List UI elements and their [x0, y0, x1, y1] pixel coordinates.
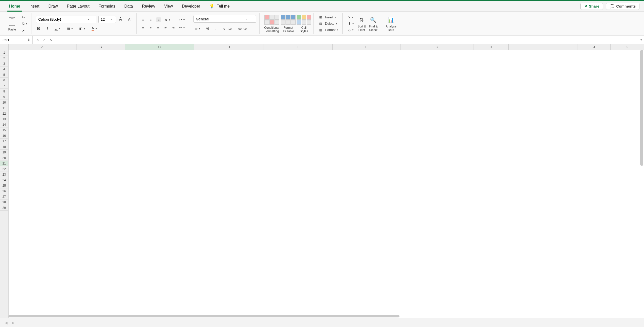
copy-button[interactable]: ⧉▾ [21, 21, 28, 26]
name-box[interactable]: ▲▼ [0, 36, 33, 44]
row-header-19[interactable]: 19 [0, 150, 8, 155]
name-box-stepper[interactable]: ▲▼ [28, 38, 30, 42]
format-cells-button[interactable]: ▦ Format▾ [318, 27, 339, 32]
ribbon-tab-page-layout[interactable]: Page Layout [62, 3, 94, 10]
font-size-input[interactable] [101, 17, 109, 21]
column-header-A[interactable]: A [9, 44, 76, 50]
font-size-combo[interactable]: ▾ [98, 16, 116, 23]
row-header-2[interactable]: 2 [0, 55, 8, 61]
horizontal-scroll-thumb[interactable] [9, 315, 399, 317]
font-name-combo[interactable]: ▾ [36, 16, 96, 23]
ribbon-tab-insert[interactable]: Insert [25, 3, 44, 10]
currency-button[interactable]: ▭▾ [193, 26, 201, 31]
underline-button[interactable]: U▾ [54, 26, 61, 32]
increase-decimal-button[interactable]: .0→.00 [222, 27, 232, 31]
font-name-input[interactable] [38, 17, 86, 21]
column-header-B[interactable]: B [76, 44, 125, 50]
analyse-data-button[interactable]: 📊 Analyse Data [386, 15, 396, 31]
vertical-scroll-thumb[interactable] [640, 50, 643, 166]
ribbon-tab-view[interactable]: View [160, 3, 177, 10]
row-header-27[interactable]: 27 [0, 194, 8, 200]
conditional-formatting-button[interactable]: Conditional Formatting [264, 14, 279, 33]
row-header-8[interactable]: 8 [0, 89, 8, 94]
clear-button[interactable]: ◇▾ [347, 27, 355, 32]
align-right-button[interactable]: ≡ [156, 25, 160, 30]
wrap-text-button[interactable]: ↩▾ [178, 17, 186, 22]
name-box-input[interactable] [3, 38, 23, 42]
fill-button[interactable]: ⬇▾ [347, 21, 355, 26]
row-header-18[interactable]: 18 [0, 144, 8, 150]
row-header-9[interactable]: 9 [0, 94, 8, 100]
delete-cells-button[interactable]: ⊟ Delete▾ [318, 21, 339, 26]
row-header-10[interactable]: 10 [0, 100, 8, 105]
row-header-15[interactable]: 15 [0, 127, 8, 133]
percent-button[interactable]: % [205, 26, 210, 31]
row-header-14[interactable]: 14 [0, 122, 8, 127]
confirm-formula-button[interactable]: ✓ [43, 38, 46, 42]
ribbon-tab-review[interactable]: Review [137, 3, 159, 10]
row-header-13[interactable]: 13 [0, 116, 8, 122]
share-button[interactable]: ↗ Share [580, 3, 603, 10]
paste-button[interactable]: Paste [6, 16, 19, 31]
formula-input[interactable] [56, 36, 638, 44]
insert-cells-button[interactable]: ⊞ Insert▾ [318, 15, 339, 20]
row-header-4[interactable]: 4 [0, 67, 8, 72]
row-header-25[interactable]: 25 [0, 183, 8, 188]
comma-button[interactable]: , [214, 25, 218, 32]
row-header-29[interactable]: 29 [0, 205, 8, 211]
column-headers[interactable]: ABCDEFGHIJK [0, 44, 644, 50]
row-header-26[interactable]: 26 [0, 188, 8, 194]
find-select-button[interactable]: 🔍 Find & Select [369, 15, 378, 31]
row-header-3[interactable]: 3 [0, 61, 8, 67]
sheet-nav-next[interactable]: ▶ [10, 321, 17, 325]
comments-button[interactable]: 💬 Comments [606, 3, 639, 10]
row-header-17[interactable]: 17 [0, 139, 8, 144]
ribbon-tab-home[interactable]: Home [5, 3, 25, 10]
align-bottom-button[interactable]: ≡ [156, 17, 161, 22]
ribbon-tab-formulas[interactable]: Formulas [94, 3, 120, 10]
cell-styles-button[interactable]: Cell Styles [297, 14, 310, 33]
column-header-E[interactable]: E [263, 44, 333, 50]
cells-area[interactable] [9, 50, 644, 318]
horizontal-scrollbar[interactable] [9, 314, 639, 318]
autosum-button[interactable]: ∑▾ [347, 15, 355, 20]
row-header-7[interactable]: 7 [0, 83, 8, 89]
row-header-5[interactable]: 5 [0, 72, 8, 78]
bold-button[interactable]: B [36, 26, 41, 32]
row-header-24[interactable]: 24 [0, 177, 8, 183]
row-header-12[interactable]: 12 [0, 111, 8, 116]
column-header-J[interactable]: J [578, 44, 611, 50]
column-header-K[interactable]: K [611, 44, 643, 50]
fx-icon[interactable]: fx [50, 38, 52, 42]
cancel-formula-button[interactable]: ✕ [36, 38, 39, 42]
cut-button[interactable]: ✂ [21, 15, 28, 20]
fill-color-button[interactable]: ◧▾ [78, 26, 86, 31]
row-header-1[interactable]: 1 [0, 50, 8, 55]
tell-me[interactable]: 💡 Tell me [205, 2, 234, 10]
row-header-21[interactable]: 21 [0, 161, 8, 166]
column-header-H[interactable]: H [473, 44, 509, 50]
row-header-23[interactable]: 23 [0, 172, 8, 177]
row-header-28[interactable]: 28 [0, 200, 8, 205]
row-header-22[interactable]: 22 [0, 166, 8, 172]
ribbon-tab-developer[interactable]: Developer [177, 3, 205, 10]
increase-indent-button[interactable]: ⇥ [171, 25, 176, 30]
borders-button[interactable]: ▦▾ [66, 26, 74, 31]
ribbon-tab-draw[interactable]: Draw [44, 3, 62, 10]
column-header-D[interactable]: D [194, 44, 263, 50]
number-format-input[interactable] [196, 17, 244, 21]
sort-filter-button[interactable]: ⇅ Sort & Filter [357, 15, 366, 31]
expand-formula-bar-button[interactable]: ▾ [638, 36, 644, 44]
format-painter-button[interactable]: 🖌 [21, 28, 28, 32]
increase-font-button[interactable]: Aˆ [118, 16, 125, 22]
row-header-20[interactable]: 20 [0, 155, 8, 161]
merge-button[interactable]: ⇔▾ [178, 25, 186, 30]
align-middle-button[interactable]: ≡ [149, 17, 153, 22]
column-header-G[interactable]: G [400, 44, 473, 50]
column-header-I[interactable]: I [509, 44, 578, 50]
align-left-button[interactable]: ≡ [141, 25, 145, 30]
vertical-scrollbar[interactable] [639, 50, 644, 318]
row-header-11[interactable]: 11 [0, 105, 8, 111]
number-format-combo[interactable]: ▾ [193, 15, 256, 23]
align-top-button[interactable]: ≡ [141, 17, 145, 22]
